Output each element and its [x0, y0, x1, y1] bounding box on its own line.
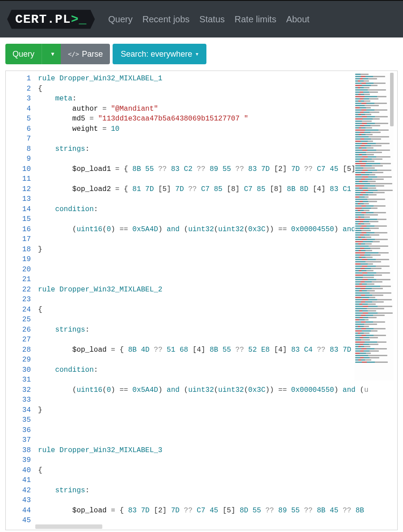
line-number: 41 [6, 475, 31, 486]
code-content[interactable]: rule Dropper_Win32_MIXLABEL_1{ meta: aut… [35, 71, 397, 530]
code-line [38, 395, 397, 405]
code-line: strings: [38, 486, 397, 496]
code-line: (uint16(0) == 0x5A4D) and (uint32(uint32… [38, 224, 397, 235]
code-line [38, 495, 397, 506]
query-button-group: Query ▼ </> Parse [5, 44, 110, 64]
code-line: } [38, 245, 397, 255]
brand-logo[interactable]: CERT.PL>_ [7, 10, 95, 29]
line-number: 42 [6, 486, 31, 496]
line-number: 40 [6, 466, 31, 476]
line-number: 22 [6, 285, 31, 295]
line-number: 24 [6, 305, 31, 315]
line-number: 29 [6, 355, 31, 365]
code-line [38, 214, 397, 224]
line-number: 14 [6, 204, 31, 215]
code-line [38, 355, 397, 365]
code-line: (uint16(0) == 0x5A4D) and (uint32(uint32… [38, 385, 397, 395]
code-line: condition: [38, 204, 397, 215]
query-button[interactable]: Query [5, 44, 42, 64]
code-editor[interactable]: 1234567891011121314151617181920212223242… [5, 71, 398, 530]
line-number: 31 [6, 375, 31, 385]
line-number: 45 [6, 515, 31, 526]
code-line: { [38, 84, 397, 94]
line-number: 16 [6, 224, 31, 235]
navbar: CERT.PL>_ Query Recent jobs Status Rate … [0, 0, 403, 37]
line-number: 35 [6, 415, 31, 425]
code-line: strings: [38, 144, 397, 154]
line-number: 8 [6, 144, 31, 154]
line-number: 19 [6, 254, 31, 265]
line-number: 18 [6, 245, 31, 255]
line-number: 3 [6, 94, 31, 104]
line-number: 33 [6, 395, 31, 405]
nav-rate-limits[interactable]: Rate limits [235, 14, 276, 25]
code-line: rule Dropper_Win32_MIXLABEL_3 [38, 445, 397, 456]
line-number: 30 [6, 365, 31, 375]
parse-button[interactable]: </> Parse [61, 44, 110, 64]
line-number: 5 [6, 114, 31, 124]
code-line: $op_load = { 83 7D [2] 7D ?? C7 45 [5] 8… [38, 506, 397, 516]
brand-text: CERT.PL [15, 12, 71, 26]
nav-query[interactable]: Query [108, 14, 132, 25]
line-number: 34 [6, 405, 31, 416]
line-number: 20 [6, 265, 31, 275]
code-line: condition: [38, 365, 397, 375]
code-line: { [38, 305, 397, 315]
line-number: 15 [6, 214, 31, 224]
nav-links: Query Recent jobs Status Rate limits Abo… [108, 14, 309, 25]
nav-status[interactable]: Status [199, 14, 225, 25]
code-line [38, 154, 397, 164]
line-number: 21 [6, 274, 31, 285]
brand-chevron: > [71, 12, 79, 26]
line-number: 6 [6, 124, 31, 134]
code-line [38, 455, 397, 466]
line-number: 12 [6, 184, 31, 195]
line-number: 9 [6, 154, 31, 164]
line-number: 10 [6, 164, 31, 175]
code-line [38, 174, 397, 184]
line-number: 39 [6, 455, 31, 466]
line-number: 44 [6, 506, 31, 516]
code-line [38, 134, 397, 144]
code-line: meta: [38, 94, 397, 104]
minimap-scrollbar[interactable] [390, 73, 394, 126]
code-line: $op_load = { 8B 4D ?? 51 68 [4] 8B 55 ??… [38, 345, 397, 355]
code-line: $op_load2 = { 81 7D [5] 7D ?? C7 85 [8] … [38, 184, 397, 195]
nav-about[interactable]: About [286, 14, 309, 25]
code-line [38, 295, 397, 305]
brand-cursor: _ [79, 12, 87, 26]
line-number: 37 [6, 435, 31, 445]
line-number: 38 [6, 445, 31, 456]
code-line [38, 335, 397, 345]
code-line: rule Dropper_Win32_MIXLABEL_1 [38, 74, 397, 84]
line-number: 2 [6, 84, 31, 94]
caret-down-icon: ▾ [196, 51, 198, 57]
search-scope-dropdown[interactable]: Search: everywhere ▾ [113, 44, 206, 64]
code-line [38, 415, 397, 425]
code-line [38, 254, 397, 265]
horizontal-scrollbar[interactable] [35, 524, 102, 529]
code-line: $op_load1 = { 8B 55 ?? 83 C2 ?? 89 55 ??… [38, 164, 397, 175]
line-number: 28 [6, 345, 31, 355]
line-number: 26 [6, 325, 31, 335]
code-line [38, 315, 397, 325]
line-number: 36 [6, 425, 31, 436]
query-dropdown-toggle[interactable]: ▼ [42, 44, 61, 64]
line-number: 43 [6, 495, 31, 506]
code-line [38, 435, 397, 445]
query-button-label: Query [13, 50, 34, 59]
line-number: 7 [6, 134, 31, 144]
line-number: 27 [6, 335, 31, 345]
code-line: weight = 10 [38, 124, 397, 134]
code-line [38, 274, 397, 285]
line-number: 4 [6, 104, 31, 114]
code-line [38, 425, 397, 436]
minimap[interactable] [354, 73, 394, 381]
line-number-gutter: 1234567891011121314151617181920212223242… [6, 71, 35, 530]
code-line: author = "@Mandiant" [38, 104, 397, 114]
code-line: strings: [38, 325, 397, 335]
line-number: 25 [6, 315, 31, 325]
nav-recent-jobs[interactable]: Recent jobs [143, 14, 190, 25]
code-line: md5 = "113dd1e3caa47b5a6438069b15127707 … [38, 114, 397, 124]
code-line [38, 234, 397, 245]
